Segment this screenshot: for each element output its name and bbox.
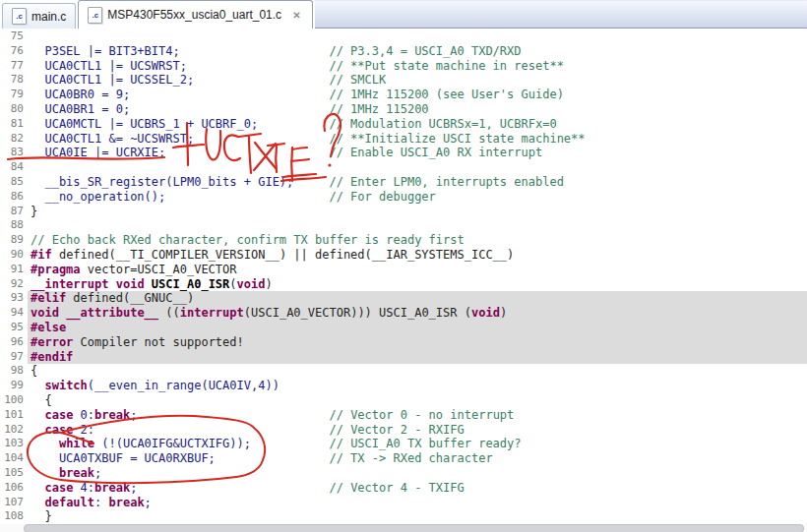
line-number[interactable]: 103 <box>0 437 28 451</box>
code-text: #if defined(__TI_COMPILER_VERSION__) || … <box>28 248 807 263</box>
code-line[interactable]: 101 case 0:break; // Vector 0 - no inter… <box>0 408 807 423</box>
code-line[interactable]: 105 break; <box>0 466 807 481</box>
code-line[interactable]: 102 case 2: // Vector 2 - RXIFG <box>0 423 807 438</box>
line-number[interactable]: 99 <box>0 379 28 393</box>
code-line[interactable]: 93#elif defined(__GNUC__) <box>0 291 807 306</box>
close-icon[interactable]: ✕ <box>290 9 302 22</box>
code-line[interactable]: 108 } <box>0 509 807 524</box>
tab-main-c[interactable]: .c main.c <box>2 3 76 29</box>
line-number[interactable]: 78 <box>0 73 28 88</box>
line-number[interactable]: 98 <box>0 364 28 379</box>
code-line[interactable]: 86 __no_operation(); // For debugger <box>0 190 807 205</box>
code-line[interactable]: 95#else <box>0 321 807 335</box>
code-text: #elif defined(__GNUC__) <box>28 291 807 306</box>
code-text: case 0:break; // Vector 0 - no interrupt <box>28 408 807 423</box>
code-line[interactable]: 87} <box>0 205 807 219</box>
code-line[interactable]: 85 __bis_SR_register(LPM0_bits + GIE); /… <box>0 175 807 190</box>
code-editor-window: .c main.c .c MSP430F55xx_uscia0_uart_01.… <box>0 0 807 29</box>
code-line[interactable]: 107 default: break; <box>0 496 807 510</box>
code-line[interactable]: 84 <box>0 160 807 175</box>
line-number[interactable]: 92 <box>0 277 28 292</box>
line-number[interactable]: 86 <box>0 190 28 205</box>
code-text: case 4:break; // Vector 4 - TXIFG <box>28 481 807 496</box>
code-line[interactable]: 94void __attribute__ ((interrupt(USCI_A0… <box>0 306 807 321</box>
code-lines: 7576 P3SEL |= BIT3+BIT4; // P3.3,4 = USC… <box>0 30 807 524</box>
code-line[interactable]: 82 UCA0CTL1 &= ~UCSWRST; // **Initialize… <box>0 132 807 147</box>
line-number[interactable]: 102 <box>0 423 28 438</box>
line-number[interactable]: 96 <box>0 335 28 350</box>
code-line[interactable]: 80 UCA0BR1 = 0; // 1MHz 115200 <box>0 102 807 117</box>
code-line[interactable]: 78 UCA0CTL1 |= UCSSEL_2; // SMCLK <box>0 73 807 88</box>
code-text <box>28 160 807 175</box>
code-text: UCA0CTL1 &= ~UCSWRST; // **Initialize US… <box>28 132 807 147</box>
tab-msp430f55xx-uscia0-uart[interactable]: .c MSP430F55xx_uscia0_uart_01.c ✕ <box>78 0 312 29</box>
line-number[interactable]: 88 <box>0 218 28 233</box>
line-number[interactable]: 79 <box>0 88 28 102</box>
code-line[interactable]: 99 switch(__even_in_range(UCA0IV,4)) <box>0 379 807 393</box>
code-line[interactable]: 81 UCA0MCTL |= UCBRS_1 + UCBRF_0; // Mod… <box>0 117 807 132</box>
code-line[interactable]: 88 <box>0 218 807 233</box>
code-line[interactable]: 83 UCA0IE |= UCRXIE; // Enable USCI_A0 R… <box>0 146 807 160</box>
c-file-icon: .c <box>88 7 102 24</box>
line-number[interactable]: 80 <box>0 102 28 117</box>
tab-label: main.c <box>31 10 66 24</box>
code-text: { <box>28 364 807 379</box>
code-text <box>28 30 807 44</box>
editor-tab-bar: .c main.c .c MSP430F55xx_uscia0_uart_01.… <box>0 0 807 29</box>
code-text: UCA0MCTL |= UCBRS_1 + UCBRF_0; // Modula… <box>28 117 807 132</box>
code-line[interactable]: 77 UCA0CTL1 |= UCSWRST; // **Put state m… <box>0 59 807 74</box>
line-number[interactable]: 95 <box>0 321 28 335</box>
line-number[interactable]: 77 <box>0 59 28 74</box>
code-text: UCA0IE |= UCRXIE; // Enable USCI_A0 RX i… <box>28 146 807 160</box>
code-line[interactable]: 97#endif <box>0 350 807 365</box>
line-number[interactable]: 75 <box>0 30 28 44</box>
code-text: __no_operation(); // For debugger <box>28 190 807 205</box>
code-text: UCA0CTL1 |= UCSWRST; // **Put state mach… <box>28 59 807 74</box>
code-text: // Echo back RXed character, confirm TX … <box>28 233 807 248</box>
code-line[interactable]: 91#pragma vector=USCI_A0_VECTOR <box>0 263 807 277</box>
code-line[interactable]: 92__interrupt void USCI_A0_ISR(void) <box>0 277 807 292</box>
code-line[interactable]: 104 UCA0TXBUF = UCA0RXBUF; // TX -> RXed… <box>0 451 807 466</box>
line-number[interactable]: 106 <box>0 481 28 496</box>
code-line[interactable]: 100 { <box>0 393 807 408</box>
line-number[interactable]: 97 <box>0 350 28 365</box>
code-text: case 2: // Vector 2 - RXIFG <box>28 423 807 438</box>
code-text: void __attribute__ ((interrupt(USCI_A0_V… <box>28 306 807 321</box>
line-number[interactable]: 89 <box>0 233 28 248</box>
line-number[interactable]: 76 <box>0 44 28 59</box>
line-number[interactable]: 91 <box>0 263 28 277</box>
line-number[interactable]: 105 <box>0 466 28 481</box>
line-number[interactable]: 94 <box>0 306 28 321</box>
line-number[interactable]: 101 <box>0 408 28 423</box>
code-line[interactable]: 79 UCA0BR0 = 9; // 1MHz 115200 (see User… <box>0 88 807 102</box>
line-number[interactable]: 82 <box>0 132 28 147</box>
line-number[interactable]: 107 <box>0 496 28 510</box>
line-number[interactable]: 90 <box>0 248 28 263</box>
code-text: #pragma vector=USCI_A0_VECTOR <box>28 263 807 277</box>
line-number[interactable]: 108 <box>0 509 28 524</box>
line-number[interactable]: 93 <box>0 291 28 306</box>
line-number[interactable]: 84 <box>0 160 28 175</box>
scrollbar-thumb[interactable] <box>24 524 804 532</box>
line-number[interactable]: 83 <box>0 146 28 160</box>
code-editor[interactable]: 7576 P3SEL |= BIT3+BIT4; // P3.3,4 = USC… <box>0 29 807 524</box>
code-line[interactable]: 106 case 4:break; // Vector 4 - TXIFG <box>0 481 807 496</box>
line-number[interactable]: 104 <box>0 451 28 466</box>
code-line[interactable]: 89// Echo back RXed character, confirm T… <box>0 233 807 248</box>
line-number[interactable]: 85 <box>0 175 28 190</box>
line-number[interactable]: 81 <box>0 117 28 132</box>
code-text: #else <box>28 321 807 335</box>
code-text: UCA0BR0 = 9; // 1MHz 115200 (see User's … <box>28 88 807 102</box>
code-line[interactable]: 96#error Compiler not supported! <box>0 335 807 350</box>
line-number[interactable]: 87 <box>0 205 28 219</box>
code-line[interactable]: 98{ <box>0 364 807 379</box>
code-text: { <box>28 393 807 408</box>
code-line[interactable]: 103 while (!(UCA0IFG&UCTXIFG)); // USCI_… <box>0 437 807 451</box>
code-line[interactable]: 90#if defined(__TI_COMPILER_VERSION__) |… <box>0 248 807 263</box>
code-text: } <box>28 509 807 524</box>
code-line[interactable]: 75 <box>0 30 807 44</box>
line-number[interactable]: 100 <box>0 393 28 408</box>
tab-label: MSP430F55xx_uscia0_uart_01.c <box>107 8 281 22</box>
code-line[interactable]: 76 P3SEL |= BIT3+BIT4; // P3.3,4 = USCI_… <box>0 44 807 59</box>
horizontal-scrollbar[interactable] <box>0 524 807 532</box>
